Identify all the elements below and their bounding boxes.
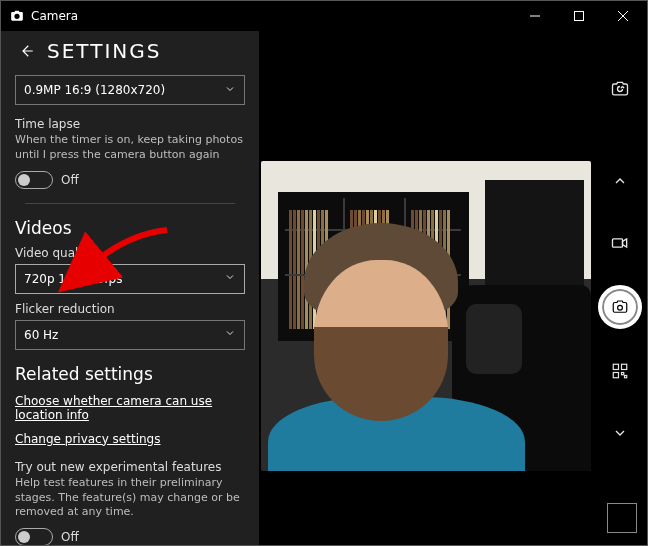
window-title: Camera	[31, 9, 513, 23]
flicker-label: Flicker reduction	[15, 302, 245, 316]
shutter-button[interactable]	[598, 285, 642, 329]
divider	[25, 203, 235, 204]
camera-sidebar	[593, 61, 647, 545]
video-quality-label: Video quality	[15, 246, 245, 260]
svg-rect-0	[575, 12, 584, 21]
videos-heading: Videos	[15, 218, 245, 238]
flicker-select[interactable]: 60 Hz	[15, 320, 245, 350]
svg-rect-1	[613, 239, 623, 247]
svg-rect-3	[613, 364, 618, 369]
experimental-state: Off	[61, 530, 79, 544]
minimize-button[interactable]	[513, 1, 557, 31]
svg-rect-5	[613, 373, 618, 378]
video-quality-value: 720p 16:9 30fps	[24, 272, 122, 286]
chevron-down-icon	[224, 271, 236, 286]
nav-down-button[interactable]	[600, 413, 640, 453]
timelapse-toggle[interactable]	[15, 171, 53, 189]
chevron-down-icon	[224, 327, 236, 342]
camera-app-icon	[9, 8, 25, 24]
video-quality-select[interactable]: 720p 16:9 30fps	[15, 264, 245, 294]
switch-camera-button[interactable]	[600, 69, 640, 109]
settings-panel: SETTINGS 0.9MP 16:9 (1280x720) Time laps…	[1, 31, 259, 545]
chevron-down-icon	[224, 83, 236, 98]
settings-title: SETTINGS	[47, 39, 161, 63]
camera-preview	[261, 161, 591, 471]
titlebar: Camera	[1, 1, 647, 31]
related-heading: Related settings	[15, 364, 245, 384]
video-mode-button[interactable]	[600, 223, 640, 263]
photo-quality-value: 0.9MP 16:9 (1280x720)	[24, 83, 165, 97]
experimental-label: Try out new experimental features	[15, 460, 245, 474]
flicker-value: 60 Hz	[24, 328, 58, 342]
experimental-desc: Help test features in their preliminary …	[15, 476, 245, 521]
barcode-mode-button[interactable]	[600, 351, 640, 391]
close-button[interactable]	[601, 1, 645, 31]
timelapse-state: Off	[61, 173, 79, 187]
nav-up-button[interactable]	[600, 161, 640, 201]
svg-point-2	[618, 305, 623, 310]
privacy-link[interactable]: Change privacy settings	[15, 432, 160, 446]
location-link[interactable]: Choose whether camera can use location i…	[15, 394, 245, 422]
back-button[interactable]	[15, 40, 37, 62]
svg-rect-6	[622, 373, 624, 375]
timelapse-desc: When the timer is on, keep taking photos…	[15, 133, 245, 163]
maximize-button[interactable]	[557, 1, 601, 31]
svg-rect-7	[625, 376, 627, 378]
experimental-toggle[interactable]	[15, 528, 53, 545]
photo-quality-select[interactable]: 0.9MP 16:9 (1280x720)	[15, 75, 245, 105]
timelapse-label: Time lapse	[15, 117, 245, 131]
svg-rect-4	[622, 364, 627, 369]
